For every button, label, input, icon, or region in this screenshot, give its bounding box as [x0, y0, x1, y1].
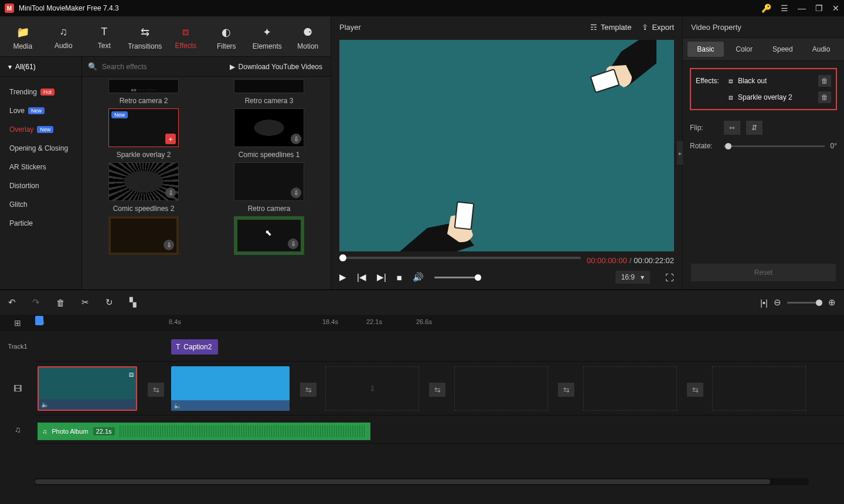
effect-item[interactable]: ⇩	[218, 216, 320, 255]
prev-frame-button[interactable]: |◀	[357, 272, 366, 282]
rotate-handle[interactable]	[725, 143, 731, 149]
effect-item-selected[interactable]: New + Sparkle overlay 2	[93, 108, 195, 159]
prop-tab-speed[interactable]: Speed	[765, 42, 801, 57]
cat-love[interactable]: LoveNew	[0, 101, 81, 120]
upgrade-icon[interactable]: 🔑	[761, 4, 771, 13]
audio-clip[interactable]: ♫ Photo Album 22.1s	[38, 423, 370, 440]
cat-distortion[interactable]: Distortion	[0, 176, 81, 195]
fit-timeline-button[interactable]: |•|	[760, 298, 768, 308]
maximize-icon[interactable]: ❐	[815, 4, 823, 13]
zoom-in-button[interactable]: ⊕	[828, 297, 836, 308]
transition-slot[interactable]: ⇆	[687, 383, 703, 397]
delete-effect-button[interactable]: 🗑	[818, 91, 831, 103]
transition-slot[interactable]: ⇆	[429, 383, 445, 397]
empty-clip-slot[interactable]	[583, 366, 677, 411]
tab-transitions[interactable]: ⇆Transitions	[125, 21, 166, 56]
tab-motion[interactable]: ⚈Motion	[288, 21, 329, 56]
scrollbar-thumb[interactable]	[35, 479, 770, 484]
video-clip-1[interactable]: ⧈🔈	[38, 366, 137, 411]
transition-slot[interactable]: ⇆	[558, 383, 574, 397]
video-clip-2[interactable]: 🔈	[171, 366, 290, 411]
tab-audio[interactable]: ♫Audio	[43, 21, 84, 56]
zoom-out-button[interactable]: ⊖	[774, 297, 781, 308]
redo-button[interactable]: ↷	[32, 297, 40, 308]
seek-bar[interactable]	[339, 257, 581, 259]
category-all[interactable]: ▾All(61)	[0, 57, 82, 76]
empty-clip-slot[interactable]: ⇩	[325, 366, 419, 411]
cat-particle[interactable]: Particle	[0, 214, 81, 233]
minimize-icon[interactable]: —	[798, 4, 806, 13]
tab-effects[interactable]: ⧈Effects	[165, 21, 206, 56]
next-frame-button[interactable]: ▶|	[377, 272, 386, 282]
cat-trending[interactable]: TrendingHot	[0, 83, 81, 101]
audio-icon: 🔈	[41, 401, 49, 408]
flip-horizontal-button[interactable]: ⇿	[724, 121, 740, 135]
effect-item[interactable]: ⇩ Comic speedlines 2	[93, 162, 195, 213]
motion-icon: ⚈	[303, 26, 312, 39]
cat-glitch[interactable]: Glitch	[0, 195, 81, 214]
prop-tab-audio[interactable]: Audio	[803, 42, 839, 57]
effect-item[interactable]: ⇩ Comic speedlines 1	[218, 108, 320, 159]
download-youtube-link[interactable]: ▶Download YouTube Videos	[230, 63, 331, 71]
text-track[interactable]: TCaption2	[35, 331, 844, 362]
export-button[interactable]: ⇪Export	[642, 23, 674, 32]
download-icon[interactable]: ⇩	[165, 188, 176, 198]
tab-filters[interactable]: ◐Filters	[206, 21, 247, 56]
cat-ar-stickers[interactable]: AR Stickers	[0, 158, 81, 176]
speed-button[interactable]: ↻	[106, 297, 113, 308]
audio-track[interactable]: ♫ Photo Album 22.1s	[35, 416, 844, 444]
tab-text[interactable]: TText	[84, 21, 125, 56]
stop-button[interactable]: ■	[397, 273, 402, 282]
crop-button[interactable]: ▚	[130, 297, 137, 308]
download-icon[interactable]: ⇩	[291, 134, 301, 144]
split-button[interactable]: ✂	[81, 297, 89, 308]
cat-opening-closing[interactable]: Opening & Closing	[0, 139, 81, 158]
effect-grid: ■■ ····· ··:··:··Retro camera 2 Retro ca…	[82, 77, 331, 290]
transition-slot[interactable]: ⇆	[300, 383, 316, 397]
cat-overlay[interactable]: OverlayNew	[0, 120, 81, 139]
tab-elements[interactable]: ✦Elements	[247, 21, 288, 56]
delete-button[interactable]: 🗑	[56, 298, 65, 308]
effect-item[interactable]: ⇩ Retro camera	[218, 162, 320, 213]
volume-slider[interactable]	[434, 277, 481, 278]
menu-icon[interactable]: ☰	[781, 4, 788, 13]
add-track-button[interactable]: ⊞	[0, 315, 35, 331]
aspect-ratio-select[interactable]: 16:9▾	[615, 271, 650, 284]
zoom-handle[interactable]	[816, 299, 822, 306]
zoom-slider[interactable]	[787, 302, 822, 304]
fullscreen-button[interactable]: ⛶	[665, 273, 674, 282]
tab-media[interactable]: 📁Media	[2, 21, 43, 56]
play-button[interactable]: ▶	[339, 272, 346, 282]
effect-item[interactable]: ⇩	[93, 216, 195, 255]
transition-slot[interactable]: ⇆	[148, 383, 164, 397]
empty-clip-slot[interactable]	[454, 366, 548, 411]
prop-tab-color[interactable]: Color	[726, 42, 763, 57]
caption-clip[interactable]: TCaption2	[171, 339, 218, 355]
delete-effect-button[interactable]: 🗑	[818, 75, 831, 87]
undo-button[interactable]: ↶	[8, 297, 16, 308]
empty-clip-slot[interactable]	[712, 366, 806, 411]
flip-vertical-button[interactable]: ⇵	[746, 121, 763, 135]
download-icon[interactable]: ⇩	[288, 239, 298, 249]
volume-icon[interactable]: 🔊	[413, 272, 424, 282]
template-button[interactable]: ☶Template	[590, 23, 632, 32]
close-icon[interactable]: ✕	[832, 4, 839, 13]
effect-item[interactable]: ■■ ····· ··:··:··Retro camera 2	[93, 79, 195, 105]
video-preview[interactable]	[339, 40, 674, 251]
add-effect-button[interactable]: +	[165, 134, 176, 144]
download-icon[interactable]: ⇩	[164, 240, 174, 250]
prop-tab-basic[interactable]: Basic	[688, 42, 724, 57]
search-input[interactable]	[102, 63, 184, 71]
reset-button[interactable]: Reset	[691, 264, 836, 281]
panel-collapse-handle[interactable]: ▸	[677, 141, 683, 165]
download-icon[interactable]: ⇩	[291, 188, 301, 198]
timeline-scrollbar[interactable]	[35, 478, 809, 485]
volume-handle[interactable]	[475, 274, 481, 281]
timeline-ruler[interactable]: 0s 8.4s 18.4s 22.1s 26.6s	[35, 315, 844, 331]
rotate-slider[interactable]	[724, 145, 825, 147]
video-track[interactable]: ⧈🔈 ⇆ 🔈 ⇆ ⇩ ⇆ ⇆ ⇆	[35, 362, 844, 416]
playhead-handle[interactable]	[35, 316, 43, 325]
effect-thumb: ■■ ····· ··:··:··	[108, 79, 179, 93]
effect-item[interactable]: Retro camera 3	[218, 79, 320, 105]
seek-handle[interactable]	[339, 254, 346, 261]
